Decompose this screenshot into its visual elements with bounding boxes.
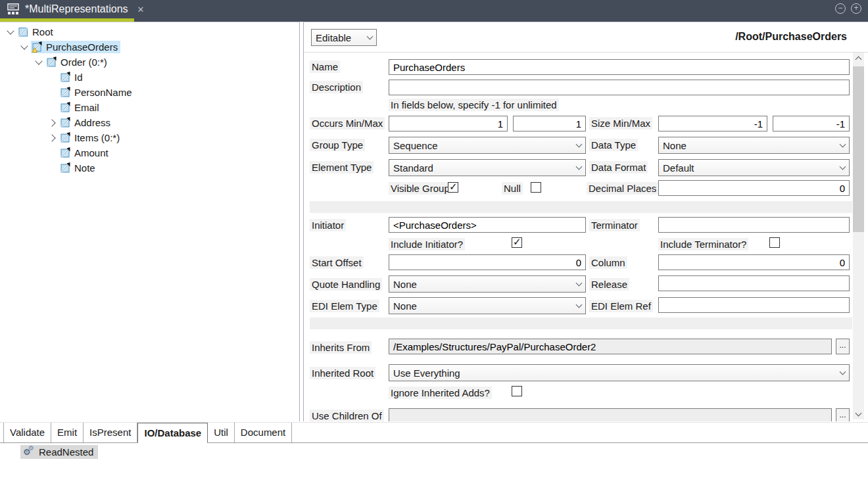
close-tab-icon[interactable]: ✕ (137, 5, 145, 14)
use-children-of-field[interactable] (389, 408, 832, 421)
element-type-select[interactable]: Standard (389, 159, 586, 176)
structure-node-flag-icon (60, 87, 71, 98)
start-offset-input[interactable] (389, 254, 586, 270)
tree-item-label: Root (32, 26, 53, 37)
tree-item-purchaseorders[interactable]: PurchaseOrders (0, 39, 299, 55)
size-minmax-label: Size Min/Max (589, 117, 652, 130)
tab-document[interactable]: Document (235, 423, 292, 442)
header-divider (304, 52, 868, 53)
tree-item-personname[interactable]: PersonName (0, 85, 299, 100)
data-type-select[interactable]: None (658, 137, 850, 154)
size-min-input[interactable] (658, 116, 767, 131)
tab-util[interactable]: Util (208, 423, 235, 442)
tree-item-label: Items (0:*) (74, 132, 120, 143)
use-children-of-label: Use Children Of (310, 410, 384, 421)
chevron-down-icon[interactable] (4, 31, 17, 34)
chevron-right-icon[interactable] (46, 135, 59, 141)
tree-item-amount[interactable]: Amount (0, 145, 299, 160)
method-label: ReadNested (39, 446, 93, 458)
tree-item-root[interactable]: Root (0, 24, 299, 39)
tab-io-database[interactable]: IO/Database (137, 423, 208, 443)
structure-node-flag-icon (47, 57, 57, 68)
occurs-minmax-label: Occurs Min/Max (310, 117, 385, 130)
occurs-max-input[interactable] (513, 116, 586, 131)
quote-handling-select[interactable]: None (389, 275, 586, 293)
tree-item-note[interactable]: Note (0, 160, 299, 176)
tab-emit[interactable]: Emit (51, 423, 84, 442)
form-scrollbar[interactable] (853, 53, 864, 419)
structure-node-flag-icon (60, 102, 71, 113)
structure-node-flag-icon (60, 72, 71, 83)
scroll-up-icon[interactable] (853, 53, 864, 64)
edi-elem-ref-label: EDI Elem Ref (589, 300, 653, 312)
expand-all-button[interactable]: + (851, 3, 861, 14)
inherited-root-select[interactable]: Use Everything (389, 364, 850, 381)
structure-node-icon (18, 26, 29, 37)
terminator-label: Terminator (589, 219, 640, 231)
app-window: *MultiRepresentations ✕ − + Root (0, 0, 868, 497)
visible-group-label: Visible Group (389, 182, 452, 195)
chevron-down-icon (836, 160, 849, 176)
null-checkbox[interactable] (531, 182, 541, 193)
occurs-min-input[interactable] (389, 116, 508, 131)
chevron-right-icon[interactable] (46, 120, 59, 126)
edi-elem-type-select[interactable]: None (389, 297, 586, 314)
group-type-select[interactable]: Sequence (389, 137, 586, 154)
inherits-from-field[interactable] (389, 339, 832, 354)
structure-node-flag-warning-icon (32, 41, 43, 53)
title-bar: *MultiRepresentations ✕ − + (0, 0, 868, 22)
inherits-from-browse-button[interactable]: ... (836, 339, 850, 354)
scroll-down-icon[interactable] (853, 408, 864, 419)
release-input[interactable] (658, 275, 850, 291)
tree-item-email[interactable]: Email (0, 100, 299, 115)
method-category-tabbar: Validate Emit IsPresent IO/Database Util… (0, 422, 868, 443)
description-input[interactable] (389, 80, 850, 95)
data-format-label: Data Format (589, 161, 648, 174)
chevron-down-icon (572, 298, 585, 314)
tab-validate[interactable]: Validate (3, 423, 51, 442)
method-item-readnested[interactable]: ⚙ ⚙ ReadNested (20, 445, 98, 459)
decimal-places-label: Decimal Places (587, 182, 658, 195)
visible-group-checkbox[interactable] (448, 182, 458, 193)
tree-item-address[interactable]: Address (0, 115, 299, 130)
element-type-label: Element Type (310, 161, 374, 174)
tree-item-label: Email (74, 102, 99, 113)
data-format-select[interactable]: Default (658, 159, 850, 176)
use-children-of-browse-button[interactable]: ... (836, 408, 850, 421)
terminator-input[interactable] (658, 217, 850, 233)
edi-elem-ref-input[interactable] (658, 297, 850, 313)
edit-mode-select[interactable]: Editable (311, 29, 377, 46)
tree-item-label: Order (0:*) (60, 57, 107, 68)
column-input[interactable] (658, 254, 850, 270)
start-offset-label: Start Offset (310, 256, 364, 269)
initiator-input[interactable] (389, 217, 586, 233)
collapse-all-button[interactable]: − (835, 3, 846, 14)
node-path-title: /Root/PurchaseOrders (735, 31, 847, 43)
tree-item-order[interactable]: Order (0:*) (0, 55, 299, 70)
tree-item-items[interactable]: Items (0:*) (0, 130, 299, 145)
tree-item-label: PersonName (74, 87, 132, 98)
release-label: Release (589, 278, 629, 291)
chevron-down-icon (572, 276, 585, 292)
tree-item-id[interactable]: Id (0, 70, 299, 85)
ignore-inherited-adds-checkbox[interactable] (512, 386, 522, 396)
name-input[interactable] (389, 59, 850, 75)
data-type-label: Data Type (589, 139, 638, 151)
include-terminator-checkbox[interactable] (769, 237, 780, 248)
chevron-down-icon[interactable] (18, 46, 31, 49)
decimal-places-input[interactable] (658, 180, 850, 196)
chevron-down-icon (572, 137, 585, 153)
document-title: *MultiRepresentations (25, 3, 128, 15)
structure-node-flag-icon (60, 132, 71, 143)
chevron-down-icon[interactable] (32, 61, 45, 64)
scrollbar-thumb[interactable] (853, 66, 864, 232)
size-max-input[interactable] (773, 116, 850, 131)
section-separator (310, 201, 852, 213)
tree-item-label: Amount (74, 147, 108, 158)
tab-ispresent[interactable]: IsPresent (84, 423, 137, 442)
document-tab[interactable]: *MultiRepresentations ✕ (0, 0, 144, 18)
structure-node-flag-icon (60, 147, 71, 158)
include-initiator-checkbox[interactable] (512, 237, 522, 248)
section-separator (310, 318, 852, 329)
tree-item-label: Id (74, 72, 83, 83)
